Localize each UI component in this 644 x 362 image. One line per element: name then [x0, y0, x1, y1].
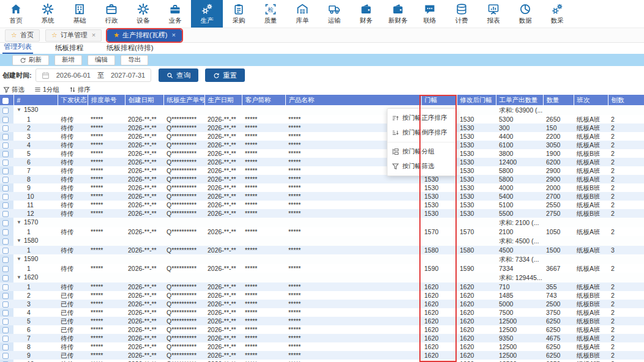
column-header-8[interactable]: 门幅: [421, 95, 457, 105]
row-checkbox[interactable]: [2, 125, 9, 131]
row-checkbox[interactable]: [2, 168, 9, 174]
table-row-1570-1[interactable]: 1待传*****2026-**-**Q**********2026-**-***…: [0, 227, 644, 236]
menu-item-filter-by[interactable]: 按门幅筛选: [388, 159, 456, 174]
table-row-1620-10[interactable]: 10待传*****2026-**-**Q**********2026-**-**…: [0, 360, 644, 362]
column-header-5[interactable]: 生产日期: [204, 95, 242, 105]
row-checkbox[interactable]: [2, 211, 9, 217]
select-all-checkbox[interactable]: [2, 98, 9, 104]
row-checkbox[interactable]: [2, 284, 9, 290]
group-collapse-icon[interactable]: ▼: [17, 255, 21, 264]
menu-item-sort-asc[interactable]: 按门幅正序排序: [388, 111, 456, 125]
row-checkbox[interactable]: [2, 257, 9, 263]
nav-item-basic[interactable]: 基础: [64, 0, 95, 28]
reset-button[interactable]: 重置: [205, 68, 245, 82]
row-checkbox[interactable]: [2, 229, 9, 235]
group-toggle[interactable]: 1分组: [34, 86, 59, 94]
column-header-0[interactable]: #: [13, 95, 58, 105]
table-row-1530-5[interactable]: 5待传*****2026-**-**Q**********2026-**-***…: [0, 149, 644, 158]
group-collapse-icon[interactable]: ▼: [17, 106, 21, 114]
row-checkbox[interactable]: [2, 151, 9, 157]
row-checkbox[interactable]: [2, 293, 9, 299]
row-checkbox[interactable]: [2, 202, 9, 209]
column-header-3[interactable]: 创建日期: [125, 95, 163, 105]
table-row-1530-8[interactable]: 8待传*****2026-**-**Q**********2026-**-***…: [0, 175, 644, 183]
nav-item-contact[interactable]: 联络: [414, 0, 446, 28]
subtab-board-schedule-pending[interactable]: 纸板排程(待排): [105, 43, 155, 54]
row-checkbox[interactable]: [2, 266, 9, 272]
nav-item-admin[interactable]: 行政: [95, 0, 127, 28]
row-checkbox[interactable]: [2, 220, 9, 226]
table-row-1620-7[interactable]: 7待传*****2026-**-**Q**********2026-**-***…: [0, 334, 644, 342]
row-checkbox[interactable]: [2, 185, 9, 191]
table-row-1590-1[interactable]: 1待传*****2026-**-**Q**********2026-**-***…: [0, 264, 644, 273]
nav-item-home[interactable]: 首页: [0, 0, 32, 28]
nav-item-quality[interactable]: 检质量: [255, 0, 286, 28]
column-header-12[interactable]: 班次: [574, 95, 608, 105]
nav-item-equipment[interactable]: 设备: [127, 0, 159, 28]
table-row-1530-7[interactable]: 7待传*****2026-**-**Q**********2026-**-***…: [0, 166, 644, 175]
query-button[interactable]: 查询: [159, 68, 198, 82]
group-collapse-icon[interactable]: ▼: [17, 237, 21, 245]
row-checkbox[interactable]: [2, 353, 9, 359]
table-row-1620-8[interactable]: 8待传*****2026-**-**Q**********2026-**-***…: [0, 342, 644, 351]
nav-item-transport[interactable]: 运输: [318, 0, 350, 28]
menu-item-group-by[interactable]: 按门幅分组: [388, 144, 456, 159]
group-collapse-icon[interactable]: ▼: [17, 218, 21, 227]
export-button[interactable]: 导出: [121, 55, 148, 65]
column-header-1[interactable]: 下发状态: [58, 95, 88, 105]
table-row-1620-9[interactable]: 9已传*****2026-**-**Q**********2026-**-***…: [0, 351, 644, 360]
table-row-1530-1[interactable]: 1待传*****2026-**-**Q**********2026-**-***…: [0, 115, 644, 124]
column-header-9[interactable]: 修改后门幅: [457, 95, 496, 105]
row-checkbox[interactable]: [2, 319, 9, 325]
table-row-1620-4[interactable]: 4已传*****2026-**-**Q**********2026-**-***…: [0, 308, 644, 317]
filter-toggle[interactable]: 筛选: [3, 86, 24, 94]
table-row-1620-3[interactable]: 3已传*****2026-**-**Q**********2026-**-***…: [0, 300, 644, 308]
refresh-button[interactable]: 刷新: [12, 55, 49, 65]
column-header-11[interactable]: 数量: [543, 95, 574, 105]
add-button[interactable]: 新增: [54, 55, 82, 65]
subtab-management-list[interactable]: 管理列表: [2, 42, 33, 54]
column-header-2[interactable]: 排度单号: [88, 95, 125, 105]
row-checkbox[interactable]: [2, 194, 9, 200]
column-header-6[interactable]: 客户简称: [242, 95, 285, 105]
nav-item-production[interactable]: 生产: [191, 0, 223, 28]
row-checkbox[interactable]: [2, 327, 9, 333]
tab-home[interactable]: ☆首页: [5, 29, 40, 42]
row-checkbox[interactable]: [2, 117, 9, 123]
row-checkbox[interactable]: [2, 344, 9, 350]
nav-item-report[interactable]: 报表: [477, 0, 509, 28]
row-checkbox[interactable]: [2, 142, 9, 149]
column-header-4[interactable]: 纸板生产单号: [163, 95, 204, 105]
row-checkbox[interactable]: [2, 336, 9, 342]
table-row-1620-5[interactable]: 5已传*****2026-**-**Q**********2026-**-***…: [0, 317, 644, 325]
table-row-1530-10[interactable]: 10待传*****2026-**-**Q**********2026-**-**…: [0, 192, 644, 201]
row-checkbox[interactable]: [2, 160, 9, 166]
date-range-picker[interactable]: 2026-06-01 至 2027-07-31: [36, 68, 152, 82]
nav-item-new-finance[interactable]: 新财务: [382, 0, 414, 28]
row-checkbox[interactable]: [2, 177, 9, 183]
table-row-1530-12[interactable]: 12待传*****2026-**-**Q**********2026-**-**…: [0, 209, 644, 218]
table-row-1620-2[interactable]: 2已传*****2026-**-**Q**********2026-**-***…: [0, 291, 644, 300]
table-row-1530-3[interactable]: 3待传*****2026-**-**Q**********2026-**-***…: [0, 132, 644, 141]
table-row-1620-6[interactable]: 6已传*****2026-**-**Q**********2026-**-***…: [0, 325, 644, 334]
menu-item-sort-desc[interactable]: 按门幅倒序排序: [388, 125, 456, 140]
row-checkbox[interactable]: [2, 275, 9, 281]
edit-button[interactable]: 编辑: [88, 55, 115, 65]
column-header-13[interactable]: 刨数: [608, 95, 644, 105]
close-icon[interactable]: ×: [92, 32, 95, 39]
row-checkbox[interactable]: [2, 301, 9, 308]
date-to-value[interactable]: 2027-07-31: [111, 72, 145, 79]
table-row-1530-11[interactable]: 11待传*****2026-**-**Q**********2026-**-**…: [0, 201, 644, 209]
row-checkbox[interactable]: [2, 248, 9, 254]
date-from-value[interactable]: 2026-06-01: [56, 72, 91, 79]
table-row-1530-9[interactable]: 9待传*****2026-**-**Q**********2026-**-***…: [0, 183, 644, 192]
column-header-7[interactable]: 产品名称: [285, 95, 421, 105]
table-row-1580-1[interactable]: 1待传*****2026-**-**Q**********2026-**-***…: [0, 246, 644, 254]
row-checkbox[interactable]: [2, 238, 9, 245]
table-row-1530-2[interactable]: 2待传*****2026-**-**Q**********2026-**-***…: [0, 124, 644, 132]
table-row-1530-6[interactable]: 6待传*****2026-**-**Q**********2026-**-***…: [0, 158, 644, 166]
row-checkbox[interactable]: [2, 310, 9, 316]
nav-item-business[interactable]: 业务: [159, 0, 191, 28]
table-row-1620-1[interactable]: 1待传*****2026-**-**Q**********2026-**-***…: [0, 283, 644, 291]
sort-toggle[interactable]: 排序: [69, 86, 91, 94]
